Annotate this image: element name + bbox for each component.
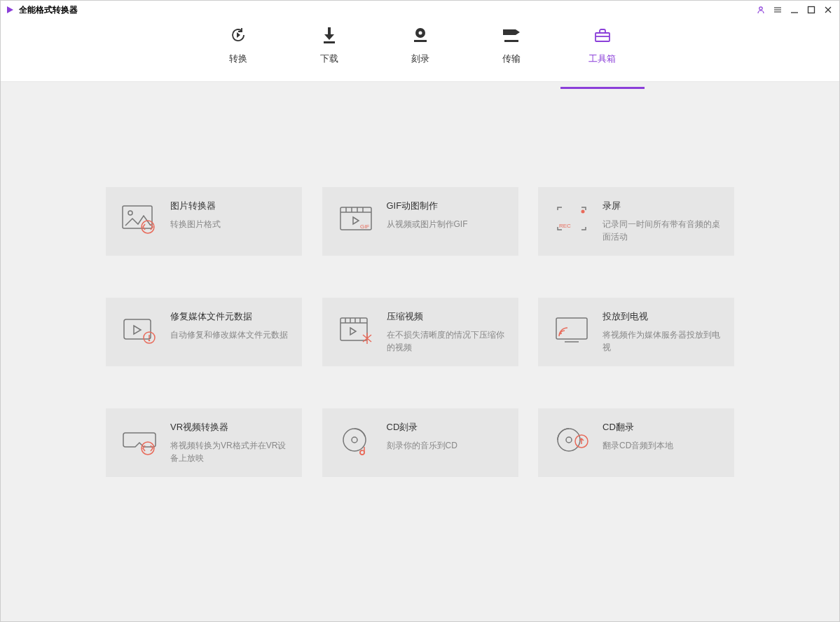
app-window: 全能格式转换器 转换	[0, 0, 840, 622]
svg-point-47	[566, 437, 572, 443]
content-area: 图片转换器 转换图片格式 GIF GIF动图制作 从视频或图片制作GIF	[1, 82, 839, 621]
tool-vr-converter[interactable]: VR视频转换器 将视频转换为VR格式并在VR设备上放映	[106, 408, 302, 477]
card-desc: 在不损失清晰度的情况下压缩你的视频	[387, 329, 507, 354]
screen-recorder-icon: REC	[549, 200, 594, 239]
compress-video-icon	[333, 310, 378, 350]
tool-gif-maker[interactable]: GIF GIF动图制作 从视频或图片制作GIF	[322, 187, 518, 256]
download-icon	[322, 25, 337, 46]
svg-rect-15	[595, 33, 610, 41]
svg-text:REC: REC	[559, 223, 571, 229]
app-logo-icon	[5, 5, 15, 15]
svg-point-18	[128, 211, 132, 215]
main-nav: 转换 下载 刻录	[1, 19, 839, 82]
tool-fix-metadata[interactable]: 修复媒体文件元数据 自动修复和修改媒体文件元数据	[106, 298, 302, 366]
svg-rect-9	[324, 41, 335, 43]
tools-grid: 图片转换器 转换图片格式 GIF GIF动图制作 从视频或图片制作GIF	[106, 187, 734, 477]
svg-rect-13	[503, 29, 516, 35]
toolbox-icon	[593, 25, 612, 46]
titlebar: 全能格式转换器	[1, 1, 839, 19]
card-desc: 记录同一时间所有带有音频的桌面活动	[603, 218, 723, 243]
tool-compress-video[interactable]: 压缩视频 在不损失清晰度的情况下压缩你的视频	[322, 298, 518, 366]
nav-convert[interactable]: 转换	[217, 25, 259, 76]
card-title: GIF动图制作	[387, 200, 507, 212]
svg-point-45	[360, 450, 364, 455]
card-title: CD翻录	[603, 421, 723, 434]
card-title: VR视频转换器	[170, 421, 291, 434]
app-title: 全能格式转换器	[19, 4, 78, 16]
image-converter-icon	[117, 200, 162, 239]
card-title: 投放到电视	[603, 310, 723, 323]
svg-rect-14	[504, 40, 518, 42]
card-desc: 将视频作为媒体服务器投放到电视	[603, 329, 723, 354]
cd-burn-icon	[333, 421, 378, 460]
nav-burn[interactable]: 刻录	[399, 25, 441, 76]
menu-icon[interactable]	[771, 3, 785, 17]
convert-icon	[229, 25, 247, 46]
svg-rect-8	[328, 27, 331, 34]
user-icon[interactable]	[754, 3, 768, 17]
card-desc: 刻录你的音乐到CD	[387, 439, 507, 452]
maximize-button[interactable]	[804, 3, 818, 17]
minimize-button[interactable]	[787, 3, 801, 17]
svg-point-11	[418, 31, 422, 34]
card-desc: 翻录CD音频到本地	[603, 439, 723, 452]
tool-cd-rip[interactable]: CD翻录 翻录CD音频到本地	[538, 408, 734, 477]
tool-image-converter[interactable]: 图片转换器 转换图片格式	[106, 187, 302, 256]
transfer-icon	[502, 25, 521, 46]
card-desc: 将视频转换为VR格式并在VR设备上放映	[170, 439, 291, 464]
svg-point-0	[759, 7, 762, 10]
nav-label: 刻录	[411, 53, 429, 65]
nav-label: 转换	[229, 53, 247, 65]
close-button[interactable]	[821, 3, 835, 17]
fix-metadata-icon	[117, 310, 162, 350]
svg-point-27	[581, 210, 585, 214]
card-title: CD刻录	[387, 421, 507, 434]
svg-rect-12	[414, 40, 427, 42]
nav-label: 传输	[502, 53, 521, 65]
card-desc: 从视频或图片制作GIF	[387, 218, 507, 230]
card-title: 压缩视频	[387, 310, 507, 323]
tool-cast-to-tv[interactable]: 投放到电视 将视频作为媒体服务器投放到电视	[538, 298, 734, 366]
card-desc: 自动修复和修改媒体文件元数据	[170, 329, 291, 341]
card-desc: 转换图片格式	[170, 218, 291, 230]
svg-point-32	[149, 340, 149, 340]
svg-point-44	[352, 437, 357, 443]
svg-rect-17	[123, 206, 152, 228]
gif-maker-icon: GIF	[333, 200, 378, 239]
nav-download[interactable]: 下载	[308, 25, 350, 76]
nav-label: 下载	[320, 53, 338, 65]
cd-rip-icon	[549, 421, 594, 460]
card-title: 图片转换器	[170, 200, 291, 212]
svg-text:GIF: GIF	[360, 223, 369, 230]
nav-transfer[interactable]: 传输	[490, 25, 532, 76]
svg-rect-5	[808, 7, 815, 13]
card-title: 修复媒体文件元数据	[170, 310, 291, 323]
card-title: 录屏	[603, 200, 723, 212]
nav-label: 工具箱	[588, 53, 616, 65]
tool-cd-burn[interactable]: CD刻录 刻录你的音乐到CD	[322, 408, 518, 477]
nav-toolbox[interactable]: 工具箱	[581, 25, 624, 76]
tool-screen-recorder[interactable]: REC 录屏 记录同一时间所有带有音频的桌面活动	[538, 187, 734, 256]
vr-converter-icon	[117, 421, 162, 460]
svg-rect-29	[124, 319, 151, 339]
cast-to-tv-icon	[549, 310, 594, 350]
burn-icon	[411, 25, 429, 46]
svg-rect-40	[556, 318, 587, 339]
svg-rect-33	[340, 318, 367, 340]
